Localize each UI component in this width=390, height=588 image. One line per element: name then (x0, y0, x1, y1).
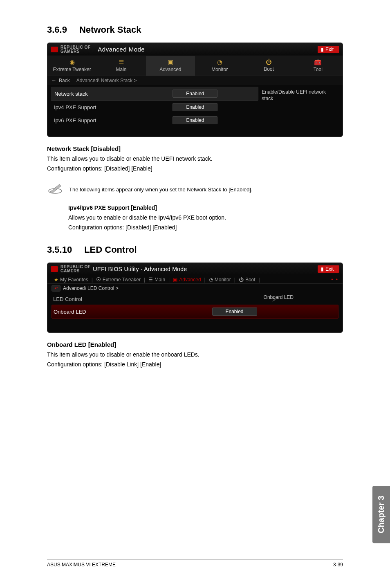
label-led-control: LED Control (53, 296, 212, 302)
tab-main[interactable]: ☰Main (96, 56, 146, 76)
section-number: 3.5.10 (47, 245, 72, 255)
section-title-text: LED Control (84, 245, 137, 255)
value-network-stack[interactable]: Enabled (173, 90, 217, 98)
note-block: The following items appear only when you… (47, 183, 343, 196)
tab-tool[interactable]: 🧰Tool (294, 56, 343, 76)
section-title-text: Network Stack (79, 25, 141, 35)
power-icon: ⏻ (239, 277, 244, 283)
exit-icon: ▮ (321, 266, 324, 272)
value-ipv6-pxe[interactable]: Enabled (173, 116, 217, 124)
back-button[interactable]: ← (52, 78, 56, 83)
bios-body: Network stack Enabled Ipv4 PXE Support E… (47, 85, 343, 137)
pen-icon (47, 183, 63, 194)
monitor-icon: ◔ (209, 277, 213, 283)
paragraph: Configuration options: [Disabled] [Enabl… (47, 164, 343, 173)
breadcrumb-path: Advanced\ LED Control > (63, 285, 119, 291)
scroll-dots[interactable]: • • (331, 277, 338, 283)
row-ipv4-pxe[interactable]: Ipv4 PXE Support Enabled (51, 101, 258, 114)
tab-main[interactable]: ☰Main (146, 277, 168, 283)
hint-text: Onboard LED (264, 294, 294, 300)
section-heading: 3.5.10LED Control (47, 245, 343, 255)
rog-badge-icon (51, 266, 58, 272)
rog-logo: REPUBLIC OF GAMERS (51, 45, 90, 54)
heading-onboard-led: Onboard LED [Enabled] (47, 341, 343, 348)
tab-extreme-tweaker[interactable]: ⦿Extreme Tweaker (94, 277, 143, 283)
power-icon: ⏻ (266, 58, 272, 65)
exit-label: Exit (325, 47, 334, 52)
rog-text: REPUBLIC OF GAMERS (61, 45, 90, 54)
heading-network-stack: Network Stack [Disabled] (47, 145, 343, 152)
tab-extreme-tweaker[interactable]: ◉Extreme Tweaker (47, 56, 96, 76)
chip-icon: ▣ (173, 277, 177, 283)
paragraph: This item allows you to disable or enabl… (47, 155, 343, 163)
chip-icon: ▣ (168, 58, 173, 66)
chapter-tab: Chapter 3 (372, 486, 390, 543)
bios-panel-led-control: REPUBLIC OF GAMERS UEFI BIOS Utility - A… (47, 263, 343, 333)
value-ipv4-pxe[interactable]: Enabled (173, 103, 217, 111)
row-onboard-led[interactable]: Onboard LED Enabled (52, 305, 338, 319)
section-number: 3.6.9 (47, 25, 67, 35)
bios-body: Onboard LED LED Control ▷ Onboard LED En… (47, 293, 343, 332)
gauge-icon: ⦿ (96, 277, 101, 283)
star-icon: ★ (54, 277, 58, 283)
paragraph: Configuration options: [Disable Link] [E… (47, 360, 343, 368)
tool-icon: 🧰 (314, 58, 322, 66)
footer-product: ASUS MAXIMUS VI EXTREME (47, 562, 116, 568)
bios-tabs: ◉Extreme Tweaker ☰Main ▣Advanced ◔Monito… (47, 56, 343, 76)
paragraph: Allows you to enable or disable the Ipv4… (68, 213, 343, 222)
value-onboard-led[interactable]: Enabled (212, 307, 257, 316)
footer-page-number: 3-39 (333, 562, 343, 568)
paragraph: This item allows you to disable or enabl… (47, 350, 343, 359)
label-ipv4-pxe: Ipv4 PXE Support (54, 104, 173, 110)
back-button[interactable]: ↶ (52, 285, 61, 292)
tab-advanced[interactable]: ▣Advanced (146, 56, 195, 76)
breadcrumb-path: Advanced\ Network Stack > (76, 78, 137, 83)
bios-tabs: ★My Favorites| ⦿Extreme Tweaker| ☰Main| … (47, 275, 343, 284)
breadcrumb: ← Back Advanced\ Network Stack > (47, 76, 343, 85)
tab-my-favorites[interactable]: ★My Favorites (52, 277, 91, 283)
mode-label: Advanced Mode (98, 46, 145, 53)
page-footer: ASUS MAXIMUS VI EXTREME 3-39 (47, 559, 343, 568)
bios-topbar: REPUBLIC OF GAMERS Advanced Mode ▮ Exit (47, 43, 343, 56)
utility-label: UEFI BIOS Utility - Advanced Mode (93, 266, 187, 272)
tab-boot[interactable]: ⏻Boot (244, 56, 293, 76)
hint-text: Enable/Disable UEFI network stack (262, 89, 336, 102)
exit-button[interactable]: ▮ Exit (318, 46, 339, 53)
label-ipv6-pxe: Ipv6 PXE Support (54, 117, 173, 123)
section-heading: 3.6.9Network Stack (47, 25, 343, 35)
gauge-icon: ◉ (69, 58, 75, 66)
monitor-icon: ◔ (217, 58, 222, 66)
label-onboard-led: Onboard LED (54, 309, 212, 315)
tab-boot[interactable]: ⏻Boot (236, 277, 258, 283)
bios-topbar: REPUBLIC OF GAMERS UEFI BIOS Utility - A… (47, 263, 343, 275)
rog-badge-icon (51, 47, 58, 52)
row-ipv6-pxe[interactable]: Ipv6 PXE Support Enabled (51, 114, 258, 127)
tab-monitor[interactable]: ◔Monitor (195, 56, 244, 76)
rog-text: REPUBLIC OF GAMERS (61, 265, 90, 273)
tab-monitor[interactable]: ◔Monitor (206, 277, 233, 283)
exit-label: Exit (325, 266, 334, 272)
back-label[interactable]: Back (59, 78, 70, 83)
breadcrumb: ↶ Advanced\ LED Control > (47, 284, 343, 293)
paragraph: Configuration options: [Disabled] [Enabl… (68, 223, 343, 231)
list-icon: ☰ (119, 58, 124, 66)
note-text: The following items appear only when you… (69, 183, 343, 196)
heading-pxe-support: Ipv4/Ipv6 PXE Support [Enabled] (68, 204, 343, 211)
row-network-stack[interactable]: Network stack Enabled (51, 87, 258, 101)
exit-button[interactable]: ▮ Exit (318, 265, 339, 273)
list-icon: ☰ (148, 277, 153, 283)
rog-logo: REPUBLIC OF GAMERS (51, 265, 90, 273)
label-network-stack: Network stack (54, 91, 173, 97)
bios-panel-network-stack: REPUBLIC OF GAMERS Advanced Mode ▮ Exit … (47, 43, 343, 137)
exit-icon: ▮ (321, 47, 324, 52)
tab-advanced[interactable]: ▣Advanced (170, 277, 203, 283)
row-led-control[interactable]: LED Control ▷ (52, 294, 338, 305)
